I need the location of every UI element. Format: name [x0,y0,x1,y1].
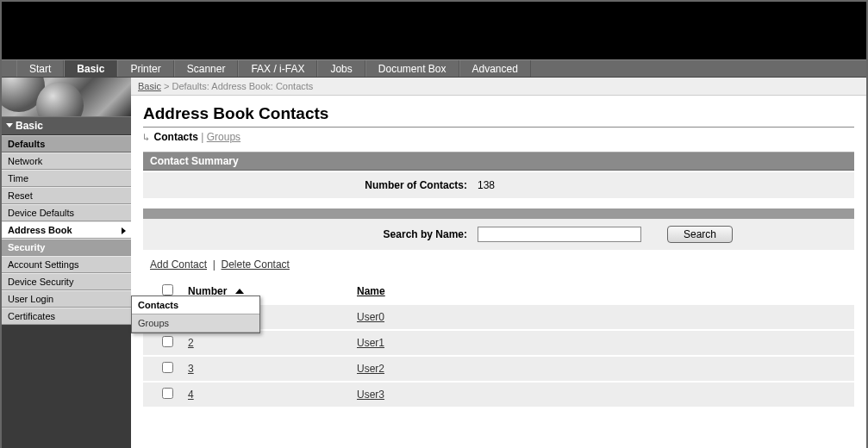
summary-header: Contact Summary [143,152,854,171]
table-row: 4 User3 [143,381,854,407]
row-name-link[interactable]: User2 [357,363,384,375]
add-contact-link[interactable]: Add Contact [150,258,207,271]
row-number-link[interactable]: 4 [188,389,194,401]
row-checkbox[interactable] [162,362,173,373]
main-tabs: Start Basic Printer Scanner FAX / i-FAX … [2,59,866,78]
main-content: Basic > Defaults: Address Book: Contacts… [131,78,866,448]
delete-contact-link[interactable]: Delete Contact [222,258,290,271]
chevron-right-icon [122,227,126,234]
tab-document-box[interactable]: Document Box [365,60,459,77]
header-banner [2,2,866,59]
sidebar-header[interactable]: Basic [2,116,131,135]
select-all-checkbox[interactable] [162,284,173,296]
sidebar: Basic Defaults Network Time Reset Device… [2,78,131,448]
tab-advanced[interactable]: Advanced [459,60,531,77]
sidebar-item-reset[interactable]: Reset [2,187,131,204]
tab-printer[interactable]: Printer [117,60,173,77]
tab-fax[interactable]: FAX / i-FAX [238,60,317,77]
search-block: Search by Name: Search [143,208,854,250]
sidebar-logo [2,78,131,116]
page-title: Address Book Contacts [143,104,854,123]
action-links: Add Contact | Delete Contact [150,258,847,271]
tab-start[interactable]: Start [16,60,64,77]
subnav: ↳ Contacts | Groups [143,131,854,143]
row-checkbox[interactable] [162,336,173,347]
search-button[interactable]: Search [667,226,733,243]
contacts-count-label: Number of Contacts: [150,179,478,191]
breadcrumb: Basic > Defaults: Address Book: Contacts [131,78,866,96]
breadcrumb-root[interactable]: Basic [138,81,161,91]
sidebar-section-defaults[interactable]: Defaults [2,135,131,152]
row-name-link[interactable]: User0 [357,311,384,323]
col-name[interactable]: Name [357,285,385,297]
search-label: Search by Name: [150,228,478,240]
subnav-groups[interactable]: Groups [207,131,240,143]
sidebar-item-label: Address Book [8,225,72,235]
sidebar-item-certificates[interactable]: Certificates [2,308,131,325]
row-name-link[interactable]: User3 [357,389,384,401]
row-number-link[interactable]: 3 [188,363,194,375]
sidebar-item-device-security[interactable]: Device Security [2,273,131,290]
subnav-contacts[interactable]: Contacts [154,131,198,143]
contacts-count-value: 138 [478,179,495,191]
sidebar-item-device-defaults[interactable]: Device Defaults [2,204,131,221]
hook-icon: ↳ [143,131,149,143]
row-number-link[interactable]: 2 [188,337,194,349]
sidebar-item-address-book[interactable]: Address Book [2,221,131,239]
table-row: 3 User2 [143,355,854,381]
tab-scanner[interactable]: Scanner [174,60,239,77]
tab-jobs[interactable]: Jobs [317,60,365,77]
breadcrumb-rest: Defaults: Address Book: Contacts [172,81,313,91]
sidebar-item-user-login[interactable]: User Login [2,290,131,308]
row-name-link[interactable]: User1 [357,337,384,349]
sidebar-item-time[interactable]: Time [2,170,131,187]
summary-block: Number of Contacts: 138 [143,171,854,198]
address-book-flyout: Contacts Groups [131,296,260,333]
sidebar-item-account-settings[interactable]: Account Settings [2,256,131,273]
flyout-item-contacts[interactable]: Contacts [132,296,259,314]
sidebar-section-security[interactable]: Security [2,239,131,256]
search-input[interactable] [478,227,641,242]
row-checkbox[interactable] [162,388,173,399]
sort-asc-icon [235,289,244,294]
flyout-item-groups[interactable]: Groups [132,314,259,333]
tab-basic[interactable]: Basic [64,60,117,77]
sidebar-item-network[interactable]: Network [2,152,131,170]
